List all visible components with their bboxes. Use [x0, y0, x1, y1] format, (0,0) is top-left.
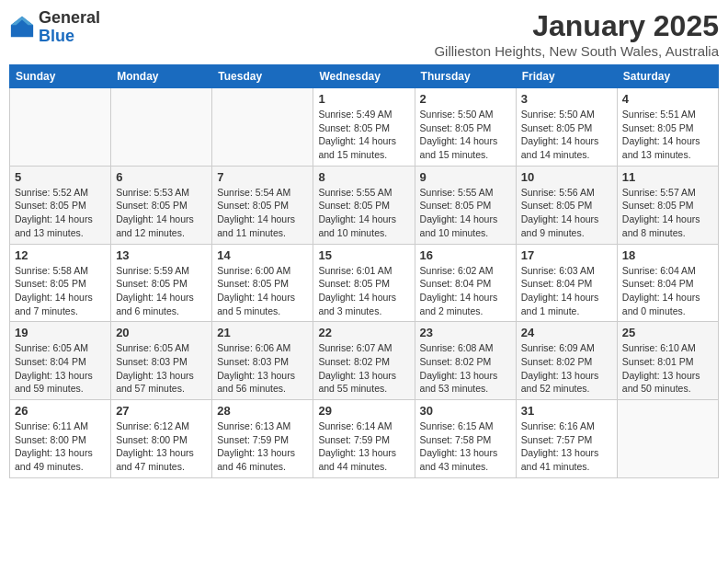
day-info: Sunrise: 5:50 AM Sunset: 8:05 PM Dayligh… — [420, 108, 511, 162]
day-info: Sunrise: 6:10 AM Sunset: 8:01 PM Dayligh… — [622, 341, 713, 396]
day-number: 23 — [420, 326, 511, 339]
logo: General Blue — [9, 9, 100, 46]
day-info: Sunrise: 6:06 AM Sunset: 8:03 PM Dayligh… — [217, 341, 308, 396]
week-row-5: 26Sunrise: 6:11 AM Sunset: 8:00 PM Dayli… — [10, 400, 719, 478]
day-cell: 10Sunrise: 5:56 AM Sunset: 8:05 PM Dayli… — [516, 166, 617, 244]
calendar-body: 1Sunrise: 5:49 AM Sunset: 8:05 PM Daylig… — [10, 88, 719, 478]
day-number: 3 — [521, 92, 612, 106]
day-number: 17 — [521, 248, 612, 262]
day-info: Sunrise: 5:51 AM Sunset: 8:05 PM Dayligh… — [622, 108, 713, 162]
day-cell: 17Sunrise: 6:03 AM Sunset: 8:04 PM Dayli… — [516, 244, 617, 322]
day-number: 30 — [420, 404, 511, 418]
day-number: 25 — [622, 326, 713, 339]
day-cell: 3Sunrise: 5:50 AM Sunset: 8:05 PM Daylig… — [516, 88, 617, 167]
day-cell: 24Sunrise: 6:09 AM Sunset: 8:02 PM Dayli… — [516, 322, 617, 400]
day-info: Sunrise: 6:09 AM Sunset: 8:02 PM Dayligh… — [521, 341, 612, 396]
day-info: Sunrise: 5:53 AM Sunset: 8:05 PM Dayligh… — [116, 186, 207, 240]
day-cell: 22Sunrise: 6:07 AM Sunset: 8:02 PM Dayli… — [313, 322, 415, 400]
day-number: 2 — [420, 92, 511, 106]
day-cell: 25Sunrise: 6:10 AM Sunset: 8:01 PM Dayli… — [617, 322, 718, 400]
month-title: January 2025 — [434, 9, 719, 43]
day-info: Sunrise: 5:52 AM Sunset: 8:05 PM Dayligh… — [15, 186, 106, 240]
day-cell: 15Sunrise: 6:01 AM Sunset: 8:05 PM Dayli… — [313, 244, 415, 322]
day-cell: 28Sunrise: 6:13 AM Sunset: 7:59 PM Dayli… — [212, 400, 313, 478]
title-block: January 2025 Gillieston Heights, New Sou… — [434, 9, 719, 59]
day-number: 29 — [318, 404, 409, 418]
week-row-3: 12Sunrise: 5:58 AM Sunset: 8:05 PM Dayli… — [10, 244, 719, 322]
day-number: 13 — [116, 248, 207, 262]
logo-general-text: General — [39, 8, 100, 27]
page-header: General Blue January 2025 Gillieston Hei… — [9, 9, 719, 59]
day-cell: 21Sunrise: 6:06 AM Sunset: 8:03 PM Dayli… — [212, 322, 313, 400]
day-info: Sunrise: 6:02 AM Sunset: 8:04 PM Dayligh… — [420, 264, 511, 318]
weekday-header-sunday: Sunday — [10, 65, 111, 88]
day-info: Sunrise: 5:50 AM Sunset: 8:05 PM Dayligh… — [521, 108, 612, 162]
day-info: Sunrise: 5:54 AM Sunset: 8:05 PM Dayligh… — [217, 186, 308, 240]
day-number: 12 — [15, 248, 106, 262]
day-cell: 18Sunrise: 6:04 AM Sunset: 8:04 PM Dayli… — [617, 244, 718, 322]
day-number: 6 — [116, 170, 207, 184]
day-cell: 16Sunrise: 6:02 AM Sunset: 8:04 PM Dayli… — [415, 244, 516, 322]
day-cell: 11Sunrise: 5:57 AM Sunset: 8:05 PM Dayli… — [617, 166, 718, 244]
location-text: Gillieston Heights, New South Wales, Aus… — [434, 43, 719, 59]
day-info: Sunrise: 6:14 AM Sunset: 7:59 PM Dayligh… — [318, 419, 409, 474]
day-info: Sunrise: 6:03 AM Sunset: 8:04 PM Dayligh… — [521, 264, 612, 318]
day-number: 15 — [318, 248, 409, 262]
day-number: 9 — [420, 170, 511, 184]
day-number: 27 — [116, 404, 207, 418]
day-info: Sunrise: 5:55 AM Sunset: 8:05 PM Dayligh… — [420, 186, 511, 240]
day-cell: 27Sunrise: 6:12 AM Sunset: 8:00 PM Dayli… — [111, 400, 212, 478]
day-info: Sunrise: 6:00 AM Sunset: 8:05 PM Dayligh… — [217, 264, 308, 318]
weekday-header-thursday: Thursday — [415, 65, 516, 88]
day-info: Sunrise: 5:57 AM Sunset: 8:05 PM Dayligh… — [622, 186, 713, 240]
day-info: Sunrise: 5:55 AM Sunset: 8:05 PM Dayligh… — [318, 186, 409, 240]
day-cell: 20Sunrise: 6:05 AM Sunset: 8:03 PM Dayli… — [111, 322, 212, 400]
weekday-header-friday: Friday — [516, 65, 617, 88]
day-info: Sunrise: 6:12 AM Sunset: 8:00 PM Dayligh… — [116, 419, 207, 474]
day-info: Sunrise: 5:56 AM Sunset: 8:05 PM Dayligh… — [521, 186, 612, 240]
day-info: Sunrise: 6:15 AM Sunset: 7:58 PM Dayligh… — [420, 419, 511, 474]
week-row-2: 5Sunrise: 5:52 AM Sunset: 8:05 PM Daylig… — [10, 166, 719, 244]
weekday-row: SundayMondayTuesdayWednesdayThursdayFrid… — [10, 65, 719, 88]
weekday-header-wednesday: Wednesday — [313, 65, 415, 88]
day-cell — [617, 400, 718, 478]
day-number: 4 — [622, 92, 713, 106]
day-info: Sunrise: 6:01 AM Sunset: 8:05 PM Dayligh… — [318, 264, 409, 318]
day-number: 1 — [318, 92, 409, 106]
week-row-1: 1Sunrise: 5:49 AM Sunset: 8:05 PM Daylig… — [10, 88, 719, 167]
day-number: 8 — [318, 170, 409, 184]
day-number: 5 — [15, 170, 106, 184]
day-cell: 7Sunrise: 5:54 AM Sunset: 8:05 PM Daylig… — [212, 166, 313, 244]
calendar-table: SundayMondayTuesdayWednesdayThursdayFrid… — [9, 64, 719, 478]
day-info: Sunrise: 5:49 AM Sunset: 8:05 PM Dayligh… — [318, 108, 409, 162]
day-cell: 12Sunrise: 5:58 AM Sunset: 8:05 PM Dayli… — [10, 244, 111, 322]
day-number: 31 — [521, 404, 612, 418]
day-cell: 19Sunrise: 6:05 AM Sunset: 8:04 PM Dayli… — [10, 322, 111, 400]
day-cell: 14Sunrise: 6:00 AM Sunset: 8:05 PM Dayli… — [212, 244, 313, 322]
day-info: Sunrise: 5:58 AM Sunset: 8:05 PM Dayligh… — [15, 264, 106, 318]
day-info: Sunrise: 6:04 AM Sunset: 8:04 PM Dayligh… — [622, 264, 713, 318]
day-cell: 23Sunrise: 6:08 AM Sunset: 8:02 PM Dayli… — [415, 322, 516, 400]
day-number: 19 — [15, 326, 106, 339]
day-number: 7 — [217, 170, 308, 184]
day-number: 21 — [217, 326, 308, 339]
day-number: 24 — [521, 326, 612, 339]
weekday-header-saturday: Saturday — [617, 65, 718, 88]
day-number: 14 — [217, 248, 308, 262]
day-cell: 4Sunrise: 5:51 AM Sunset: 8:05 PM Daylig… — [617, 88, 718, 167]
day-number: 10 — [521, 170, 612, 184]
calendar-header: SundayMondayTuesdayWednesdayThursdayFrid… — [10, 65, 719, 88]
day-cell: 1Sunrise: 5:49 AM Sunset: 8:05 PM Daylig… — [313, 88, 415, 167]
day-cell: 31Sunrise: 6:16 AM Sunset: 7:57 PM Dayli… — [516, 400, 617, 478]
day-cell: 13Sunrise: 5:59 AM Sunset: 8:05 PM Dayli… — [111, 244, 212, 322]
day-cell: 2Sunrise: 5:50 AM Sunset: 8:05 PM Daylig… — [415, 88, 516, 167]
day-number: 22 — [318, 326, 409, 339]
day-info: Sunrise: 6:07 AM Sunset: 8:02 PM Dayligh… — [318, 341, 409, 396]
day-info: Sunrise: 6:05 AM Sunset: 8:03 PM Dayligh… — [116, 341, 207, 396]
day-number: 26 — [15, 404, 106, 418]
day-cell: 5Sunrise: 5:52 AM Sunset: 8:05 PM Daylig… — [10, 166, 111, 244]
day-cell: 26Sunrise: 6:11 AM Sunset: 8:00 PM Dayli… — [10, 400, 111, 478]
day-info: Sunrise: 6:05 AM Sunset: 8:04 PM Dayligh… — [15, 341, 106, 396]
day-number: 16 — [420, 248, 511, 262]
day-cell — [10, 88, 111, 167]
